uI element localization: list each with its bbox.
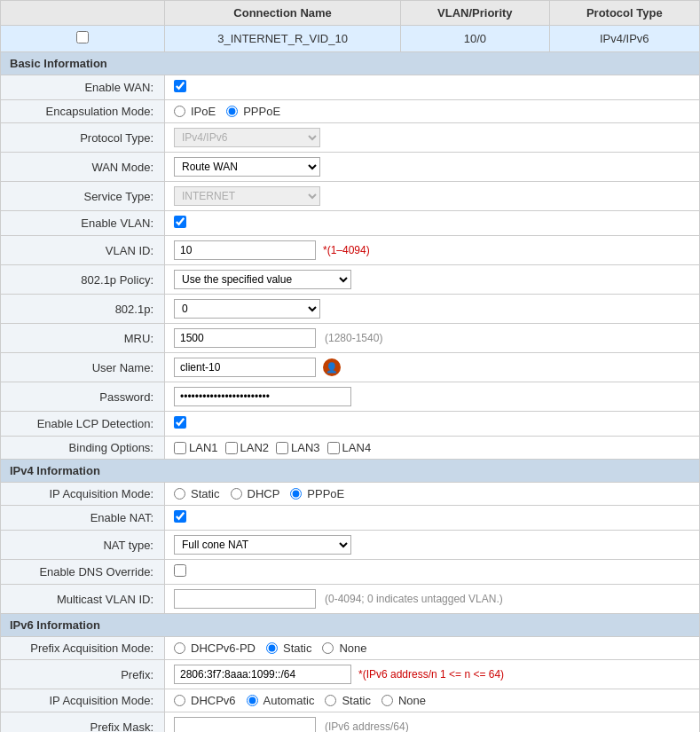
lan4-checkbox[interactable] (327, 442, 340, 454)
ipv4-pppoe-option[interactable]: PPPoE (290, 487, 344, 500)
pppoe-radio[interactable] (226, 106, 238, 117)
ipv4-info-label: IPv4 Information (1, 460, 700, 483)
mru-input[interactable] (174, 328, 316, 348)
ipoE-option[interactable]: IPoE (174, 105, 216, 118)
protocol-type-select[interactable]: IPv4/IPv6 (174, 128, 320, 147)
encapsulation-mode-row: Encapsulation Mode: IPoE PPPoE (1, 100, 700, 123)
vlan-id-row: VLAN ID: *(1–4094) (1, 236, 700, 265)
prefix-mask-label: Prefix Mask: (1, 712, 165, 733)
dhcpv6pd-radio[interactable] (174, 642, 185, 654)
p-8021p-row: 802.1p: 0123 4567 (1, 295, 700, 324)
enable-dns-value (165, 560, 700, 585)
row-checkbox[interactable] (76, 31, 89, 43)
prefix-mask-input[interactable] (174, 717, 316, 732)
encapsulation-mode-label: Encapsulation Mode: (1, 100, 165, 123)
service-type-value: INTERNET (165, 182, 700, 211)
ipv6-info-section: IPv6 Information (1, 614, 700, 637)
binding-options-label: Binding Options: (1, 437, 165, 460)
enable-lcp-value (165, 412, 700, 437)
ipv4-multicast-vlan-input[interactable] (174, 589, 316, 609)
password-input[interactable] (174, 387, 351, 406)
username-value: 👤 (165, 353, 700, 382)
ipv4-ip-acquisition-label: IP Acquisition Mode: (1, 483, 165, 506)
enable-nat-checkbox[interactable] (174, 510, 186, 523)
enable-nat-row: Enable NAT: (1, 506, 700, 531)
connection-name-cell: 3_INTERNET_R_VID_10 (165, 26, 401, 52)
enable-lcp-checkbox[interactable] (174, 416, 186, 429)
prefix-acquisition-value: DHCPv6-PD Static None (165, 637, 700, 660)
password-label: Password: (1, 382, 165, 412)
prefix-none-option[interactable]: None (322, 641, 366, 655)
enable-vlan-value (165, 211, 700, 236)
policy-8021p-select[interactable]: Use the specified value Copy from inner … (174, 270, 351, 289)
table-row: 3_INTERNET_R_VID_10 10/0 IPv4/IPv6 (1, 26, 700, 52)
lan2-checkbox[interactable] (225, 442, 238, 454)
enable-lcp-row: Enable LCP Detection: (1, 412, 700, 437)
ipv4-dhcp-option[interactable]: DHCP (231, 487, 280, 500)
ipv6-static-label: Static (342, 694, 371, 707)
protocol-type-value: IPv4/IPv6 (165, 123, 700, 153)
ipv6-static-radio[interactable] (325, 695, 336, 706)
ipv4-multicast-vlan-label: Multicast VLAN ID: (1, 585, 165, 614)
enable-vlan-checkbox[interactable] (174, 216, 186, 228)
wan-mode-select[interactable]: Route WAN Bridge WAN (174, 157, 320, 177)
pppoe-label: PPPoE (243, 105, 280, 118)
automatic-radio[interactable] (247, 695, 258, 706)
ipv4-ip-acquisition-row: IP Acquisition Mode: Static DHCP PPPoE (1, 483, 700, 506)
ipoE-label: IPoE (191, 105, 216, 118)
prefix-acquisition-label: Prefix Acquisition Mode: (1, 637, 165, 660)
enable-dns-checkbox[interactable] (174, 564, 186, 577)
lan4-option[interactable]: LAN4 (327, 441, 372, 454)
prefix-value: *(IPv6 address/n 1 <= n <= 64) (165, 660, 700, 689)
ipv6-none-radio[interactable] (381, 695, 393, 706)
prefix-static-option[interactable]: Static (266, 641, 312, 655)
ipv6-none-option[interactable]: None (381, 694, 426, 707)
nat-type-select[interactable]: Full cone NAT Restricted cone NAT Port r… (174, 535, 351, 555)
enable-dns-row: Enable DNS Override: (1, 560, 700, 585)
ipv6-static-option[interactable]: Static (325, 694, 371, 707)
service-type-row: Service Type: INTERNET (1, 182, 700, 211)
person-icon[interactable]: 👤 (323, 358, 341, 376)
ipv6-ip-acquisition-label: IP Acquisition Mode: (1, 689, 165, 712)
ipv4-pppoe-radio[interactable] (290, 488, 302, 500)
ipv4-dhcp-radio[interactable] (231, 488, 242, 500)
lan1-checkbox[interactable] (174, 442, 186, 454)
dhcpv6pd-label: DHCPv6-PD (191, 641, 256, 655)
service-type-select[interactable]: INTERNET (174, 186, 320, 206)
enable-wan-value (165, 75, 700, 100)
prefix-acquisition-row: Prefix Acquisition Mode: DHCPv6-PD Stati… (1, 637, 700, 660)
prefix-none-radio[interactable] (322, 642, 334, 654)
enable-wan-checkbox[interactable] (174, 80, 186, 92)
username-label: User Name: (1, 353, 165, 382)
ipv4-static-radio[interactable] (174, 488, 185, 500)
enable-wan-label: Enable WAN: (1, 75, 165, 100)
ipv4-info-section: IPv4 Information (1, 460, 700, 483)
binding-options-value: LAN1 LAN2 LAN3 LAN4 (165, 437, 700, 460)
ipv4-static-option[interactable]: Static (174, 487, 220, 500)
mru-value: (1280-1540) (165, 324, 700, 353)
prefix-input[interactable] (174, 665, 351, 684)
enable-dns-label: Enable DNS Override: (1, 560, 165, 585)
service-type-label: Service Type: (1, 182, 165, 211)
lan3-checkbox[interactable] (276, 442, 288, 454)
lan2-option[interactable]: LAN2 (225, 441, 270, 454)
dhcpv6-radio[interactable] (174, 695, 185, 706)
p-8021p-select[interactable]: 0123 4567 (174, 299, 320, 319)
dhcpv6pd-option[interactable]: DHCPv6-PD (174, 641, 256, 655)
wan-mode-value: Route WAN Bridge WAN (165, 153, 700, 182)
prefix-static-radio[interactable] (266, 642, 278, 654)
ipv4-static-label: Static (191, 487, 220, 500)
automatic-option[interactable]: Automatic (247, 694, 315, 707)
ipoE-radio[interactable] (174, 106, 185, 117)
vlan-id-hint: *(1–4094) (323, 244, 370, 256)
pppoe-option[interactable]: PPPoE (226, 105, 280, 118)
dhcpv6-option[interactable]: DHCPv6 (174, 694, 236, 707)
ipv4-ip-acquisition-value: Static DHCP PPPoE (165, 483, 700, 506)
username-input[interactable] (174, 358, 316, 377)
vlan-id-input[interactable] (174, 240, 316, 260)
enable-lcp-label: Enable LCP Detection: (1, 412, 165, 437)
password-value (165, 382, 700, 412)
lan3-option[interactable]: LAN3 (276, 441, 320, 454)
lan4-label: LAN4 (342, 441, 372, 454)
lan1-option[interactable]: LAN1 (174, 441, 218, 454)
